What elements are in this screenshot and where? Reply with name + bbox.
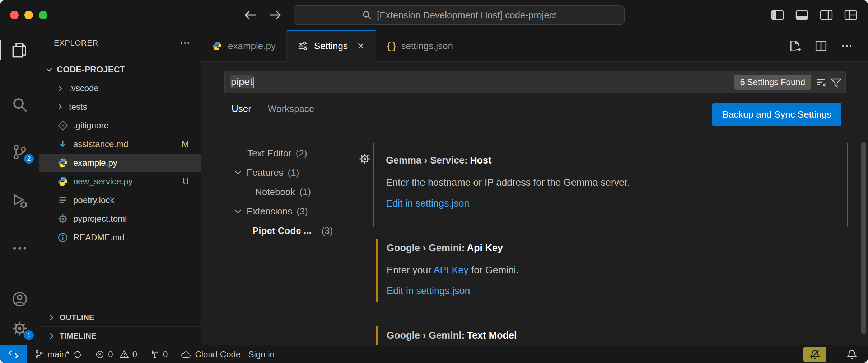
settings-sliders-icon <box>298 41 308 51</box>
git-branch-icon <box>34 350 44 359</box>
toggle-primary-sidebar-button[interactable] <box>770 8 785 22</box>
api-key-link[interactable]: API Key <box>434 265 469 275</box>
edit-in-settings-json-link[interactable]: Edit in settings.json <box>387 286 470 297</box>
activity-run-debug-button[interactable] <box>0 189 39 212</box>
explorer-title: EXPLORER <box>54 38 98 48</box>
info-file-icon <box>57 232 68 243</box>
status-bar: main* 0 0 0 Cloud Code - Sign in <box>0 345 868 363</box>
toc-features[interactable]: Features (1) <box>201 163 356 182</box>
toc-notebook[interactable]: Notebook (1) <box>201 182 356 202</box>
chevron-right-icon <box>47 331 56 341</box>
settings-search-input[interactable]: pipet 6 Settings Found <box>224 71 846 93</box>
toggle-panel-button[interactable] <box>794 8 810 22</box>
setting-gemma-service-host[interactable]: Gemma › Service:Host Enter the hostname … <box>373 143 848 227</box>
open-settings-json-button[interactable] <box>789 40 801 52</box>
markdown-file-icon <box>57 139 68 150</box>
toc-extensions[interactable]: Extensions (3) <box>201 202 356 221</box>
scope-tab-user[interactable]: User <box>232 103 251 119</box>
vscode-window: [Extension Development Host] code-projec… <box>0 0 868 363</box>
toggle-secondary-sidebar-button[interactable] <box>818 8 834 22</box>
activity-explorer-button[interactable] <box>0 39 39 62</box>
bell-icon <box>846 349 857 360</box>
tree-item-assistance-md[interactable]: assistance.md M <box>39 135 201 154</box>
search-icon <box>11 96 28 113</box>
do-not-disturb-button[interactable] <box>803 346 826 362</box>
explorer-sidebar: EXPLORER CODE-PROJECT .vscode tests .git… <box>39 30 201 345</box>
minimize-window-button[interactable] <box>24 11 33 19</box>
explorer-header: EXPLORER <box>39 30 201 56</box>
editor-actions <box>789 30 868 61</box>
customize-layout-button[interactable] <box>843 8 859 22</box>
zoom-window-button[interactable] <box>39 11 47 19</box>
close-window-button[interactable] <box>10 11 19 19</box>
notifications-bell-button[interactable] <box>846 349 857 360</box>
scope-tab-workspace[interactable]: Workspace <box>268 103 314 119</box>
tab-settings-json[interactable]: { } settings.json <box>376 30 464 62</box>
tree-item-tests[interactable]: tests <box>39 98 201 116</box>
radio-tower-icon <box>150 350 159 359</box>
filter-settings-button[interactable] <box>830 77 842 88</box>
setting-google-gemini-api-key[interactable]: Google › Gemini:Api Key Enter your API K… <box>376 239 846 302</box>
setting-google-gemini-text-model[interactable]: Google › Gemini:Text Model <box>376 326 846 345</box>
python-file-icon <box>57 157 68 168</box>
accounts-button[interactable] <box>0 288 39 311</box>
chevron-right-icon <box>47 313 56 322</box>
forwarded-ports-count: 0 <box>163 349 168 359</box>
editor-scrollbar[interactable] <box>861 142 866 334</box>
tree-item-poetry-lock[interactable]: poetry.lock <box>39 191 201 209</box>
command-center[interactable]: [Extension Development Host] code-projec… <box>294 5 625 25</box>
tab-example-py[interactable]: example.py <box>201 30 287 62</box>
cloud-code-label: Cloud Code - Sign in <box>195 349 274 359</box>
chevron-down-icon <box>45 65 54 74</box>
activity-more-button[interactable] <box>0 237 39 260</box>
tree-item-pyproject-toml[interactable]: pyproject.toml <box>39 209 201 228</box>
run-debug-icon <box>11 193 28 209</box>
tree-item-gitignore[interactable]: .gitignore <box>39 116 201 135</box>
git-file-icon <box>57 120 68 131</box>
clear-settings-search-button[interactable] <box>815 77 827 88</box>
source-control-badge: 2 <box>24 154 34 164</box>
setting-description: Enter the hostname or IP address for the… <box>386 176 835 189</box>
explorer-more-actions-button[interactable] <box>179 38 190 48</box>
cloud-code-status-item[interactable]: Cloud Code - Sign in <box>181 349 274 359</box>
activity-search-button[interactable] <box>0 93 39 116</box>
layout-controls <box>770 8 859 22</box>
setting-actions-gear-button[interactable] <box>359 153 371 165</box>
ports-status-item[interactable]: 0 <box>150 349 168 359</box>
navigate-forward-button[interactable] <box>268 7 284 23</box>
macos-window-controls <box>10 11 47 19</box>
tab-label: Settings <box>314 41 348 52</box>
errors-icon <box>95 350 104 359</box>
edit-in-settings-json-link[interactable]: Edit in settings.json <box>386 198 470 209</box>
problems-status-item[interactable]: 0 0 <box>95 349 137 359</box>
split-editor-button[interactable] <box>815 40 827 52</box>
setting-title: Gemma › Service:Host <box>386 154 835 166</box>
tree-item-new-service-py[interactable]: new_service.py U <box>39 172 201 191</box>
branch-status-item[interactable]: main* <box>34 349 82 359</box>
python-file-icon <box>212 41 222 51</box>
activity-bar: 2 1 <box>0 30 39 345</box>
close-tab-button[interactable] <box>356 42 365 50</box>
settings-count-badge: 6 Settings Found <box>734 75 811 90</box>
tab-settings[interactable]: Settings <box>287 30 376 62</box>
manage-settings-button[interactable]: 1 <box>0 317 39 340</box>
tab-label: settings.json <box>401 41 453 52</box>
setting-title: Google › Gemini:Api Key <box>387 242 846 254</box>
toc-pipet-code[interactable]: Pipet Code ... (3) <box>201 221 356 240</box>
tree-root-code-project[interactable]: CODE-PROJECT <box>39 60 201 79</box>
tree-item-example-py[interactable]: example.py <box>39 154 201 172</box>
settings-badge: 1 <box>24 330 34 340</box>
window-title: [Extension Development Host] code-projec… <box>377 10 556 21</box>
more-editor-actions-button[interactable] <box>841 40 853 52</box>
remote-indicator-button[interactable] <box>0 345 27 363</box>
navigate-back-button[interactable] <box>243 7 259 23</box>
backup-sync-settings-button[interactable]: Backup and Sync Settings <box>712 103 841 126</box>
activity-source-control-button[interactable]: 2 <box>0 141 39 164</box>
outline-section-header[interactable]: OUTLINE <box>39 308 201 326</box>
toc-text-editor[interactable]: Text Editor (2) <box>201 143 356 163</box>
chevron-down-icon <box>234 207 242 216</box>
tree-item-vscode[interactable]: .vscode <box>39 79 201 98</box>
chevron-down-icon <box>234 168 242 177</box>
timeline-section-header[interactable]: TIMELINE <box>39 326 201 345</box>
tree-item-readme-md[interactable]: README.md <box>39 228 201 247</box>
